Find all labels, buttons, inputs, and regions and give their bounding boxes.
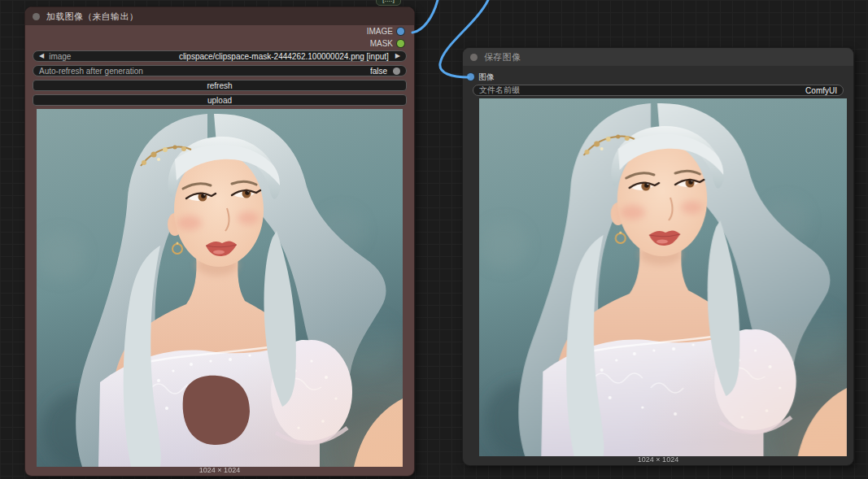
node-title: 加载图像（来自输出） <box>46 11 138 23</box>
mask-output-pin[interactable] <box>397 40 404 47</box>
auto-refresh-toggle[interactable]: Auto-refresh after generation false <box>33 65 407 76</box>
output-slot-mask[interactable]: MASK <box>25 37 414 50</box>
filename-prefix-widget[interactable]: 文件名前缀 ComfyUI <box>473 85 844 96</box>
image-combo-widget[interactable]: ◀ image clipspace/clipspace-mask-2444262… <box>33 50 407 62</box>
clipped-top-badge: [....] <box>376 0 401 6</box>
image-combo-value: clipspace/clipspace-mask-2444262.1000000… <box>179 52 389 61</box>
node-title: 保存图像 <box>484 51 521 63</box>
combo-prev-icon[interactable]: ◀ <box>39 53 44 59</box>
collapse-dot-icon[interactable] <box>33 13 40 20</box>
node-load-image-from-output[interactable]: 加载图像（来自输出） IMAGE MASK ◀ image clipspace/… <box>24 7 415 477</box>
node-editor-canvas[interactable]: [....] 加载图像（来自输出） IMAGE MASK ◀ image cli… <box>0 0 868 479</box>
filename-prefix-value: ComfyUI <box>805 86 837 95</box>
input-slot-image[interactable]: 图像 <box>463 71 853 83</box>
collapse-dot-icon[interactable] <box>470 54 478 61</box>
toggle-value: false <box>370 67 387 76</box>
wire-image-output <box>412 0 438 33</box>
output-slot-image[interactable]: IMAGE <box>25 25 414 37</box>
portrait-image <box>37 109 403 467</box>
node-save-image[interactable]: 保存图像 图像 文件名前缀 ComfyUI 1024 × 1024 <box>462 47 854 466</box>
refresh-button[interactable]: refresh <box>33 80 407 91</box>
portrait-image <box>479 98 847 456</box>
image-preview-with-mask[interactable] <box>37 109 403 467</box>
preview-resolution-label: 1024 × 1024 <box>25 466 414 474</box>
saved-image-preview[interactable] <box>479 98 847 456</box>
preview-resolution-label: 1024 × 1024 <box>463 455 853 464</box>
node-header[interactable]: 加载图像（来自输出） <box>25 7 414 25</box>
combo-next-icon[interactable]: ▶ <box>395 53 400 59</box>
painted-mask-blob <box>183 376 250 445</box>
image-output-pin[interactable] <box>397 28 404 35</box>
toggle-knob-icon[interactable] <box>393 67 400 75</box>
upload-button[interactable]: upload <box>33 94 407 106</box>
node-header[interactable]: 保存图像 <box>463 48 853 66</box>
image-input-pin[interactable] <box>467 73 474 81</box>
